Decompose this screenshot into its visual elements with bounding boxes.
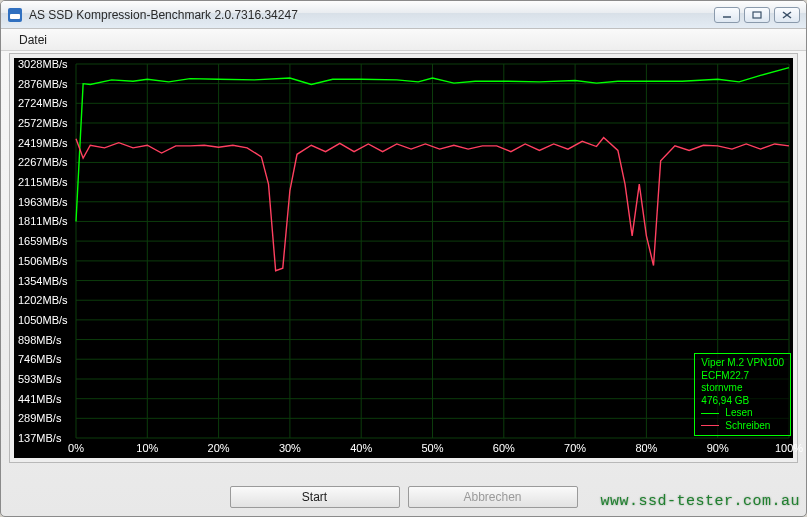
start-button[interactable]: Start <box>230 486 400 508</box>
window-title: AS SSD Kompression-Benchmark 2.0.7316.34… <box>29 8 714 22</box>
svg-rect-1 <box>10 14 20 19</box>
x-tick-label: 90% <box>707 442 729 454</box>
x-tick-label: 70% <box>564 442 586 454</box>
y-tick-label: 2876MB/s <box>18 78 68 90</box>
y-tick-label: 441MB/s <box>18 393 61 405</box>
device-line-3: stornvme <box>701 382 784 395</box>
app-icon <box>7 7 23 23</box>
button-row: Start Abbrechen <box>1 486 806 508</box>
x-tick-label: 80% <box>635 442 657 454</box>
x-tick-label: 10% <box>136 442 158 454</box>
x-tick-label: 40% <box>350 442 372 454</box>
y-tick-label: 746MB/s <box>18 353 61 365</box>
menu-datei[interactable]: Datei <box>11 30 55 50</box>
y-tick-label: 1963MB/s <box>18 196 68 208</box>
y-tick-label: 2419MB/s <box>18 137 68 149</box>
y-tick-label: 1202MB/s <box>18 294 68 306</box>
minimize-button[interactable] <box>714 7 740 23</box>
menubar: Datei <box>1 29 806 51</box>
device-line-1: Viper M.2 VPN100 <box>701 357 784 370</box>
device-line-2: ECFM22.7 <box>701 370 784 383</box>
chart-panel: Viper M.2 VPN100 ECFM22.7 stornvme 476,9… <box>9 53 798 463</box>
y-tick-label: 2572MB/s <box>18 117 68 129</box>
y-tick-label: 289MB/s <box>18 412 61 424</box>
titlebar: AS SSD Kompression-Benchmark 2.0.7316.34… <box>1 1 806 29</box>
legend-row-write: Schreiben <box>701 420 784 433</box>
maximize-button[interactable] <box>744 7 770 23</box>
legend-box: Viper M.2 VPN100 ECFM22.7 stornvme 476,9… <box>694 353 791 436</box>
x-tick-label: 0% <box>68 442 84 454</box>
x-tick-label: 100% <box>775 442 803 454</box>
cancel-button[interactable]: Abbrechen <box>408 486 578 508</box>
y-tick-label: 1050MB/s <box>18 314 68 326</box>
x-tick-label: 60% <box>493 442 515 454</box>
legend-label-read: Lesen <box>725 407 752 420</box>
y-tick-label: 3028MB/s <box>18 58 68 70</box>
x-tick-label: 20% <box>208 442 230 454</box>
y-tick-label: 2115MB/s <box>18 176 68 188</box>
y-tick-label: 898MB/s <box>18 334 61 346</box>
y-tick-label: 1811MB/s <box>18 215 68 227</box>
svg-rect-3 <box>753 12 761 18</box>
close-button[interactable] <box>774 7 800 23</box>
y-tick-label: 1659MB/s <box>18 235 68 247</box>
y-tick-label: 593MB/s <box>18 373 61 385</box>
x-tick-label: 50% <box>421 442 443 454</box>
legend-label-write: Schreiben <box>725 420 770 433</box>
y-tick-label: 1354MB/s <box>18 275 68 287</box>
legend-swatch-read <box>701 413 719 414</box>
y-tick-label: 1506MB/s <box>18 255 68 267</box>
chart-plot: Viper M.2 VPN100 ECFM22.7 stornvme 476,9… <box>14 58 793 458</box>
y-tick-label: 2724MB/s <box>18 97 68 109</box>
app-window: AS SSD Kompression-Benchmark 2.0.7316.34… <box>0 0 807 517</box>
y-tick-label: 137MB/s <box>18 432 61 444</box>
device-line-4: 476,94 GB <box>701 395 784 408</box>
legend-row-read: Lesen <box>701 407 784 420</box>
window-button-group <box>714 7 800 23</box>
y-tick-label: 2267MB/s <box>18 156 68 168</box>
legend-swatch-write <box>701 425 719 426</box>
x-tick-label: 30% <box>279 442 301 454</box>
